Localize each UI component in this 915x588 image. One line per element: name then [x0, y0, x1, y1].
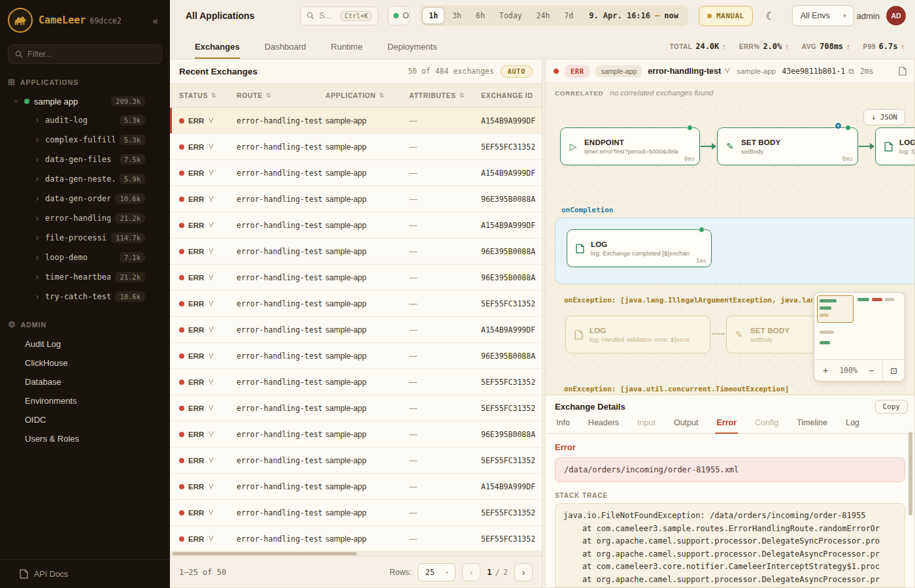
- time-range-3h[interactable]: 3h: [446, 7, 468, 24]
- prev-page-button[interactable]: ‹: [462, 563, 480, 581]
- flow-node-completion-log[interactable]: LOG log: Exchange completed [${exchan 1m…: [567, 229, 712, 267]
- table-row[interactable]: ERR error-handling-test sample-app — 96E…: [170, 265, 542, 291]
- table-row[interactable]: ERR error-handling-test sample-app — A15…: [170, 212, 542, 238]
- table-row[interactable]: ERR error-handling-test sample-app — A15…: [170, 160, 542, 186]
- sidebar-admin-item[interactable]: ClickHouse: [0, 353, 170, 372]
- column-header-exchange-id[interactable]: EXCHANGE ID: [481, 91, 542, 99]
- table-row[interactable]: ERR error-handling-test sample-app — 5EF…: [170, 526, 542, 551]
- live-toggle[interactable]: O: [388, 6, 410, 25]
- tab-output[interactable]: Output: [673, 416, 700, 433]
- fit-view-button[interactable]: ⊡: [882, 360, 905, 381]
- sidebar-admin-item[interactable]: Audit Log: [0, 335, 170, 353]
- table-footer: 1–25 of 50 Rows: 25 ▾ ‹ 1 / 2 ›: [170, 556, 542, 587]
- route-fork-icon: [208, 326, 214, 333]
- chevron-right-icon: ›: [34, 253, 41, 262]
- sidebar-admin-item[interactable]: OIDC: [0, 410, 170, 429]
- flow-node-exception-log[interactable]: LOG log: Handled validation error: ${exc…: [565, 316, 710, 353]
- tab-dashboard[interactable]: Dashboard: [265, 42, 307, 59]
- scrollbar-thumb[interactable]: [173, 552, 357, 555]
- exchange-count-badge: 10.6k: [115, 193, 145, 204]
- next-page-button[interactable]: ›: [514, 563, 533, 581]
- sidebar-admin-item[interactable]: Environments: [0, 391, 170, 410]
- sidebar-admin-item[interactable]: Database: [0, 372, 170, 391]
- sidebar-route-item[interactable]: › data-gen-orders 10.6k: [0, 189, 170, 208]
- flow-node-setbody[interactable]: ✎ SET BODY setBody 0ms: [717, 127, 858, 165]
- table-row[interactable]: ERR error-handling-test sample-app — 96E…: [170, 238, 542, 265]
- column-header-application[interactable]: APPLICATION⇅: [325, 91, 409, 99]
- tab-log[interactable]: Log: [844, 416, 861, 433]
- table-row[interactable]: ERR error-handling-test sample-app — 96E…: [170, 186, 542, 212]
- auto-refresh-badge[interactable]: AUTO: [501, 65, 533, 78]
- tab-exchanges[interactable]: Exchanges: [195, 42, 240, 59]
- minimap-canvas[interactable]: [814, 293, 905, 360]
- tab-error[interactable]: Error: [715, 416, 738, 434]
- dark-mode-toggle[interactable]: ☾: [759, 5, 782, 27]
- table-row[interactable]: ERR error-handling-test sample-app — 96E…: [170, 343, 542, 369]
- table-row[interactable]: ERR error-handling-test sample-app — 5EF…: [170, 291, 542, 317]
- time-range-7d[interactable]: 7d: [557, 7, 580, 24]
- tab-info[interactable]: Info: [555, 416, 571, 433]
- sidebar-item-sample-app[interactable]: › sample app 209.3k: [0, 92, 170, 110]
- flow-node-log[interactable]: LOG log: Sta: [875, 127, 914, 165]
- stack-trace-block[interactable]: java.io.FileNotFoundException: /data/ord…: [555, 503, 905, 587]
- tab-runtime[interactable]: Runtime: [331, 42, 362, 59]
- column-header-attributes[interactable]: ATTRIBUTES⇅: [409, 91, 481, 99]
- table-row[interactable]: ERR error-handling-test sample-app — 96E…: [170, 421, 542, 448]
- table-row[interactable]: ERR error-handling-test sample-app — 5EF…: [170, 369, 542, 395]
- manual-refresh-button[interactable]: MANUAL: [699, 6, 753, 26]
- sidebar-route-item[interactable]: › data-gen-files 7.5k: [0, 150, 170, 169]
- sidebar-route-item[interactable]: › file-processing 114.7k: [0, 228, 170, 248]
- app-title: CameLeer 69dcce2: [39, 14, 143, 26]
- table-row[interactable]: ERR error-handling-test sample-app — A15…: [170, 108, 542, 134]
- status-badge: ERR: [565, 65, 590, 78]
- table-row[interactable]: ERR error-handling-test sample-app — A15…: [170, 474, 542, 500]
- time-range-today[interactable]: Today: [493, 7, 529, 24]
- user-area: admin AD: [857, 6, 906, 25]
- detail-exchange-id[interactable]: 43ee9811b801-1 ⧉: [782, 67, 854, 76]
- exchange-count-badge: 5.3k: [120, 115, 145, 125]
- tab-deployments[interactable]: Deployments: [388, 42, 437, 59]
- zoom-out-button[interactable]: −: [860, 365, 882, 376]
- copy-exchange-icon[interactable]: [899, 67, 907, 76]
- stack-trace-line: at com.cameleer3.core.notifier.CameleerI…: [563, 561, 897, 574]
- vertical-scrollbar-thumb[interactable]: [908, 432, 912, 515]
- sidebar-route-item[interactable]: › audit-log 5.3k: [0, 110, 170, 130]
- table-row[interactable]: ERR error-handling-test sample-app — 5EF…: [170, 395, 542, 421]
- sidebar-route-item[interactable]: › try-catch-test 10.6k: [0, 287, 170, 306]
- column-header-route[interactable]: ROUTE⇅: [237, 91, 325, 99]
- flow-node-endpoint[interactable]: ▷ ENDPOINT timer:errorTest?period=5000&d…: [560, 127, 700, 165]
- time-range-6h[interactable]: 6h: [469, 7, 491, 24]
- column-header-status[interactable]: STATUS⇅: [179, 91, 237, 99]
- table-row[interactable]: ERR error-handling-test sample-app — 5EF…: [170, 134, 542, 160]
- table-row[interactable]: ERR error-handling-test sample-app — 5EF…: [170, 500, 542, 526]
- search-input[interactable]: S... Ctrl+K: [300, 7, 378, 25]
- rows-per-page-select[interactable]: 25 ▾: [418, 563, 456, 581]
- sidebar-api-docs[interactable]: API Docs: [0, 559, 170, 588]
- tab-headers[interactable]: Headers: [587, 416, 620, 433]
- sidebar-route-item[interactable]: › data-gen-neste... 5.9k: [0, 169, 170, 189]
- time-range-24h[interactable]: 24h: [529, 7, 556, 24]
- avatar[interactable]: AD: [886, 6, 906, 25]
- table-row[interactable]: ERR error-handling-test sample-app — 5EF…: [170, 448, 542, 474]
- sidebar-route-item[interactable]: › timer-heartbeat 21.2k: [0, 267, 170, 287]
- copy-icon[interactable]: ⧉: [848, 67, 854, 76]
- date-from: 9. Apr. 16:16: [589, 11, 650, 20]
- route-flow-canvas[interactable]: ↓ JSON ▷ ENDPOINT timer:errorTest?period…: [546, 103, 914, 395]
- detail-route-name[interactable]: error-handling-test: [648, 67, 731, 76]
- copy-stack-trace-button[interactable]: Copy: [875, 400, 908, 414]
- zoom-in-button[interactable]: +: [814, 365, 837, 376]
- chevron-right-icon: ›: [34, 272, 41, 282]
- sidebar-route-item[interactable]: › error-handling-... 21.2k: [0, 208, 170, 228]
- sidebar-route-item[interactable]: › loop-demo 7.1k: [0, 248, 170, 267]
- date-range-picker[interactable]: 9. Apr. 16:16 — now: [581, 11, 686, 20]
- exchange-count-badge: 5.9k: [120, 174, 145, 184]
- environment-select[interactable]: All Envs ▾: [792, 5, 855, 26]
- tab-timeline[interactable]: Timeline: [795, 416, 829, 433]
- download-json-button[interactable]: ↓ JSON: [863, 109, 905, 125]
- sidebar-admin-item[interactable]: Users & Roles: [0, 429, 170, 448]
- sidebar-route-item[interactable]: › complex-fulfillm... 5.3k: [0, 130, 170, 150]
- time-range-1h[interactable]: 1h: [422, 7, 444, 24]
- sidebar-filter-input[interactable]: Filter...: [8, 44, 162, 64]
- sidebar-collapse-button[interactable]: «: [149, 14, 162, 27]
- table-row[interactable]: ERR error-handling-test sample-app — A15…: [170, 317, 542, 343]
